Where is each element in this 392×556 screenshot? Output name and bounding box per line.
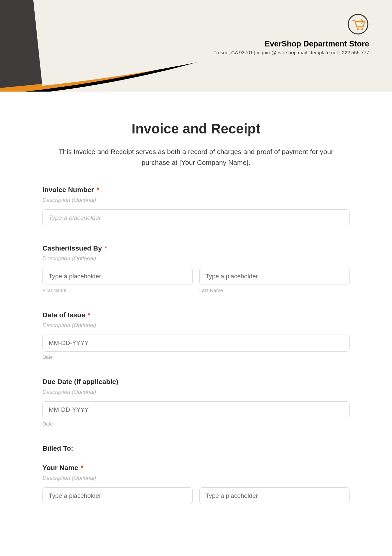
required-star: * — [88, 311, 90, 319]
date-of-issue-sublabel: Date — [42, 354, 350, 360]
your-first-name-input[interactable] — [42, 487, 193, 504]
date-of-issue-input[interactable] — [42, 335, 350, 352]
your-name-desc: Description (Optional) — [42, 475, 350, 481]
date-of-issue-label: Date of Issue * — [42, 311, 350, 319]
your-name-label: Your Name * — [42, 464, 350, 472]
header-info: EverShop Department Store Fresno, CA 937… — [213, 13, 369, 55]
cashier-last-name-input[interactable] — [199, 268, 350, 285]
page-description: This Invoice and Receipt serves as both … — [42, 147, 350, 168]
your-last-name-input[interactable] — [199, 487, 350, 504]
date-of-issue-desc: Description (Optional) — [42, 322, 350, 329]
form-content: Invoice and Receipt This Invoice and Rec… — [0, 92, 392, 514]
first-name-sublabel: First Name — [42, 287, 193, 293]
last-name-sublabel: Last Name — [199, 287, 350, 293]
cashier-first-name-input[interactable] — [42, 268, 193, 285]
label-text: Invoice Number — [42, 186, 94, 193]
required-star: * — [81, 464, 83, 471]
label-text: Due Date (if applicable) — [42, 378, 118, 385]
page-title: Invoice and Receipt — [42, 121, 350, 137]
billed-to-header: Billed To: — [42, 444, 350, 452]
required-star: * — [105, 244, 107, 252]
due-date-input[interactable] — [42, 401, 350, 418]
your-name-group: Your Name * Description (Optional) — [42, 464, 350, 504]
due-date-group: Due Date (if applicable) Description (Op… — [42, 378, 350, 426]
cashier-group: Cashier/Issued By * Description (Optiona… — [42, 244, 350, 293]
invoice-number-desc: Description (Optional) — [42, 197, 350, 203]
date-of-issue-group: Date of Issue * Description (Optional) D… — [42, 311, 350, 360]
cashier-desc: Description (Optional) — [42, 255, 350, 262]
label-text: Your Name — [42, 464, 78, 471]
cashier-label: Cashier/Issued By * — [42, 244, 350, 252]
label-text: Cashier/Issued By — [42, 244, 102, 252]
due-date-desc: Description (Optional) — [42, 389, 350, 395]
invoice-number-label: Invoice Number * — [42, 186, 350, 194]
your-name-row — [42, 487, 350, 504]
svg-point-1 — [357, 28, 359, 30]
svg-point-2 — [361, 28, 363, 30]
cashier-name-row: First Name Last Name — [42, 268, 350, 293]
company-name: EverShop Department Store — [213, 39, 369, 48]
company-contact: Fresno, CA 93701 | inquire@evershop.mail… — [213, 50, 369, 55]
due-date-label: Due Date (if applicable) — [42, 378, 350, 386]
label-text: Date of Issue — [42, 311, 85, 319]
required-star: * — [96, 186, 99, 193]
due-date-sublabel: Date — [42, 421, 350, 426]
invoice-number-group: Invoice Number * Description (Optional) — [42, 186, 350, 226]
cart-icon — [347, 13, 369, 37]
header-banner: EverShop Department Store Fresno, CA 937… — [0, 0, 392, 92]
svg-point-0 — [348, 14, 368, 34]
invoice-number-input[interactable] — [42, 209, 350, 226]
